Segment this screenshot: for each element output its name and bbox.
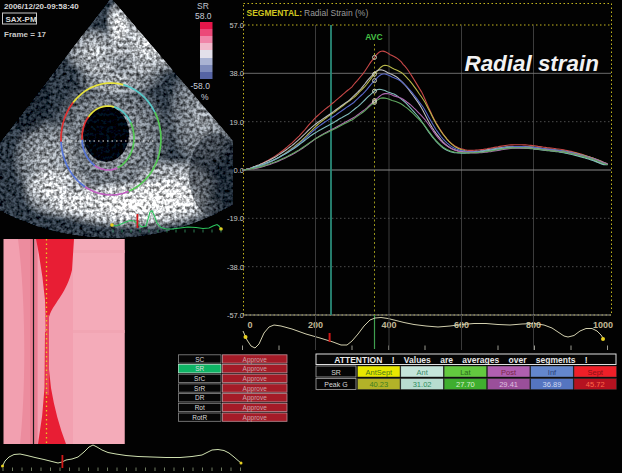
svg-text:19.0: 19.0 [229, 118, 244, 127]
svg-text:-38.0: -38.0 [227, 263, 244, 272]
svg-text:Approve: Approve [243, 414, 268, 422]
svg-text:38.0: 38.0 [229, 69, 244, 78]
svg-text:0: 0 [247, 320, 252, 330]
svg-text:-19.0: -19.0 [227, 214, 244, 223]
svg-text:31.02: 31.02 [413, 380, 432, 389]
svg-text:Frame = 17: Frame = 17 [4, 30, 47, 39]
svg-text:Lat: Lat [460, 368, 471, 377]
svg-text:SR: SR [331, 369, 341, 376]
svg-text:DR: DR [195, 394, 205, 401]
svg-text:SAX-PM: SAX-PM [6, 15, 37, 24]
svg-text:%: % [201, 92, 209, 102]
svg-text:SrC: SrC [194, 375, 206, 382]
svg-text:45.72: 45.72 [586, 380, 605, 389]
svg-text:SR: SR [195, 365, 204, 372]
svg-text:ATTENTION ! Values are average: ATTENTION ! Values are averages over seg… [334, 355, 588, 365]
svg-text:40.23: 40.23 [369, 380, 388, 389]
svg-text:AVC: AVC [365, 32, 382, 42]
svg-text:-58.0: -58.0 [191, 81, 211, 91]
svg-text:Rot: Rot [195, 404, 205, 411]
svg-text:57.0: 57.0 [229, 21, 244, 30]
svg-text:29.41: 29.41 [499, 380, 518, 389]
svg-text:36.89: 36.89 [543, 380, 562, 389]
svg-text:Ant: Ant [416, 368, 428, 377]
svg-text:SR: SR [197, 1, 209, 11]
svg-text:Radial Strain (%): Radial Strain (%) [304, 8, 368, 18]
svg-text:Inf: Inf [548, 368, 557, 377]
svg-text:0.0: 0.0 [234, 166, 244, 175]
svg-text:RotR: RotR [192, 414, 207, 421]
svg-text:Approve: Approve [243, 394, 268, 402]
svg-text:27.70: 27.70 [456, 380, 475, 389]
svg-text:SC: SC [195, 356, 204, 363]
svg-text:SrR: SrR [194, 385, 206, 392]
svg-text:Radial strain: Radial strain [465, 51, 599, 76]
svg-text:-57.0: -57.0 [227, 311, 244, 320]
svg-text:Sept: Sept [587, 368, 603, 377]
svg-text:Approve: Approve [243, 356, 268, 364]
svg-text:Approve: Approve [243, 375, 268, 383]
svg-text:2006/12/20-09:58:40: 2006/12/20-09:58:40 [4, 2, 79, 11]
svg-text:Peak G: Peak G [324, 381, 347, 388]
svg-text:AntSept: AntSept [365, 368, 393, 377]
svg-text:Approve: Approve [243, 365, 268, 373]
svg-text:SEGMENTAL:: SEGMENTAL: [247, 8, 303, 18]
svg-text:Post: Post [501, 368, 517, 377]
svg-text:58.0: 58.0 [195, 11, 212, 21]
svg-text:Approve: Approve [243, 385, 268, 393]
svg-text:1000: 1000 [593, 320, 613, 330]
svg-text:Approve: Approve [243, 404, 268, 412]
